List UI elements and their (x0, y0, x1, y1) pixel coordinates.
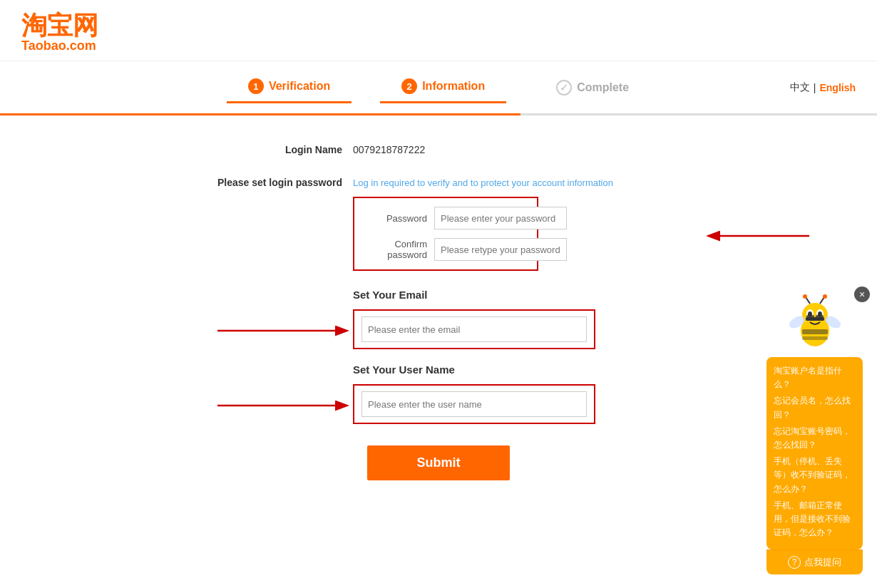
username-box (353, 384, 595, 424)
username-arrow (210, 391, 353, 420)
logo-cn: 淘宝网 (21, 13, 856, 38)
confirm-input[interactable] (434, 238, 567, 261)
svg-line-17 (806, 297, 810, 304)
email-arrow (210, 316, 353, 345)
email-input[interactable] (361, 316, 587, 342)
question-icon: ? (788, 556, 801, 569)
username-section-title: Set Your User Name (353, 363, 455, 376)
username-input-wrapper (189, 384, 688, 424)
helper-link-5[interactable]: 手机、邮箱正常使用，但是接收不到验证码，怎么办？ (774, 499, 856, 540)
login-name-label: Login Name (189, 144, 353, 155)
password-row: Password (363, 207, 528, 229)
logo-en: Taobao.com (21, 38, 856, 53)
step-check-icon: ✓ (556, 80, 572, 96)
lang-switcher: 中文 | English (790, 81, 856, 94)
username-section: Set Your User Name (189, 363, 688, 424)
helper-widget: × (766, 294, 863, 574)
login-name-value: 0079218787222 (353, 144, 425, 155)
helper-footer-button[interactable]: ? 点我提问 (766, 550, 863, 574)
svg-rect-16 (816, 315, 824, 319)
confirm-label: Confirm password (363, 239, 434, 260)
helper-footer-label: 点我提问 (804, 556, 841, 569)
password-box-wrapper: Password Confirm password (189, 197, 688, 271)
step-num-1: 1 (248, 78, 264, 94)
svg-point-20 (823, 294, 827, 299)
helper-link-4[interactable]: 手机（停机、丢失等）收不到验证码，怎么办？ (774, 455, 856, 496)
password-box: Password Confirm password (353, 197, 538, 271)
step-num-2: 2 (401, 78, 417, 94)
helper-link-1[interactable]: 淘宝账户名是指什么？ (774, 364, 856, 391)
steps-nav: 1 Verification 2 Information ✓ Complete … (0, 61, 877, 115)
password-arrow (702, 222, 816, 250)
step-information: 2 Information (380, 71, 506, 103)
password-label: Password (363, 213, 434, 224)
bee-svg (783, 294, 847, 351)
svg-line-19 (820, 297, 824, 304)
svg-point-9 (802, 303, 828, 327)
username-input[interactable] (361, 391, 587, 417)
step-label-verification: Verification (269, 80, 330, 93)
password-section-hint: Log in required to verify and to protect… (353, 177, 613, 188)
svg-point-18 (803, 294, 807, 299)
step-verification: 1 Verification (227, 71, 352, 103)
email-section: Set Your Email (189, 289, 688, 349)
helper-close-button[interactable]: × (854, 287, 870, 302)
username-title-row: Set Your User Name (189, 363, 688, 376)
helper-link-2[interactable]: 忘记会员名，怎么找回？ (774, 394, 856, 421)
bee-mascot (766, 294, 863, 354)
logo: 淘宝网 Taobao.com (21, 13, 856, 53)
lang-en[interactable]: English (819, 82, 856, 93)
active-step-border (0, 113, 520, 115)
main-content: Login Name 0079218787222 Please set logi… (0, 115, 877, 502)
password-section-label: Please set login password (189, 177, 353, 188)
submit-button[interactable]: Submit (367, 445, 510, 480)
svg-rect-7 (802, 329, 828, 334)
step-label-information: Information (422, 80, 485, 93)
lang-cn[interactable]: 中文 (790, 81, 810, 94)
form-section: Login Name 0079218787222 Please set logi… (189, 137, 688, 480)
svg-rect-8 (802, 336, 828, 340)
svg-rect-15 (806, 315, 814, 319)
email-title-row: Set Your Email (189, 289, 688, 301)
email-box (353, 309, 595, 349)
confirm-row: Confirm password (363, 238, 528, 261)
lang-divider: | (814, 82, 816, 93)
password-section-header: Please set login password Log in require… (189, 177, 688, 188)
email-input-wrapper (189, 309, 688, 349)
step-label-complete: Complete (577, 81, 629, 94)
helper-link-3[interactable]: 忘记淘宝账号密码，怎么找回？ (774, 425, 856, 452)
steps-inner: 1 Verification 2 Information ✓ Complete (153, 71, 724, 103)
password-input[interactable] (434, 207, 567, 229)
helper-chat: 淘宝账户名是指什么？ 忘记会员名，怎么找回？ 忘记淘宝账号密码，怎么找回？ 手机… (766, 357, 863, 550)
login-name-row: Login Name 0079218787222 (189, 144, 688, 155)
step-complete: ✓ Complete (535, 73, 650, 103)
header: 淘宝网 Taobao.com (0, 0, 877, 61)
email-section-title: Set Your Email (353, 289, 427, 301)
submit-row: Submit (189, 445, 688, 480)
